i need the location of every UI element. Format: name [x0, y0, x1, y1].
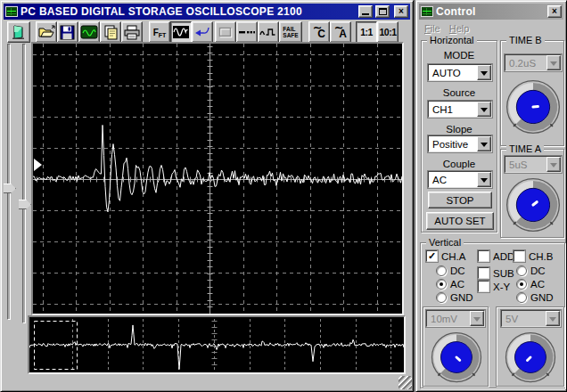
channel-a-position-slider-track[interactable] [7, 44, 11, 320]
stop-button[interactable]: STOP [428, 192, 492, 208]
green-screen-icon [80, 25, 98, 40]
chb-volts-knob[interactable] [504, 331, 557, 384]
menu-file[interactable]: File [424, 23, 440, 34]
radio-circle[interactable] [516, 292, 527, 303]
control-menubar: File Help [420, 21, 469, 36]
checkbox-box[interactable] [478, 281, 489, 292]
safe-label: SAFE [283, 32, 298, 38]
chb-dc-radio[interactable]: DC [516, 265, 546, 276]
time-a-group-label: TIME A [506, 143, 544, 154]
radio-circle[interactable] [516, 279, 527, 290]
cal-a-label: A [339, 28, 347, 40]
probe-1-1-button[interactable]: 1:1 [356, 21, 377, 43]
time-a-knob[interactable] [505, 176, 562, 233]
time-b-knob[interactable] [505, 78, 562, 135]
chb-gnd-radio[interactable]: GND [516, 292, 554, 303]
grid-toggle-button[interactable] [215, 21, 236, 43]
calibrate-a-button[interactable]: ∼ A [330, 21, 351, 43]
chb-dc-label: DC [530, 265, 546, 276]
main-window-title: PC BASED DIGITAL STORAGE OSCILLOSCOPE 21… [21, 5, 356, 18]
chevron-down-icon [546, 157, 561, 172]
calibrate-c-button[interactable]: ∼ C [308, 21, 330, 43]
vertical-group: Vertical ✓ CH.A ADD CH.B DC SUB DC AC [420, 242, 565, 388]
chb-ac-radio[interactable]: AC [516, 279, 545, 290]
auto-set-button[interactable]: AUTO SET [426, 212, 494, 230]
slope-select[interactable]: Positive [428, 135, 492, 152]
smooth-square-wave-icon [259, 26, 277, 38]
mode-select[interactable]: AUTO [428, 64, 492, 81]
add-label: ADD [493, 251, 514, 262]
channel-a-position-slider-thumb[interactable] [4, 184, 16, 193]
cha-dc-radio[interactable]: DC [436, 265, 465, 276]
open-file-button[interactable] [36, 21, 57, 43]
source-select[interactable]: CH1 [428, 101, 492, 118]
radio-circle[interactable] [436, 279, 447, 290]
chevron-down-icon [470, 311, 484, 326]
chb-volts-value: 5V [502, 314, 546, 324]
cha-ac-radio[interactable]: AC [436, 279, 464, 290]
xy-checkbox[interactable]: X-Y [478, 281, 510, 292]
radio-circle[interactable] [436, 292, 447, 303]
mode-value: AUTO [429, 68, 477, 78]
chevron-down-icon [546, 55, 561, 70]
chevron-down-icon[interactable] [477, 172, 491, 187]
cha-volts-knob[interactable] [430, 331, 483, 384]
radio-circle[interactable] [516, 265, 527, 276]
copy-pages-icon [103, 25, 119, 40]
interpolation-button[interactable] [258, 21, 279, 43]
sub-label: SUB [493, 268, 514, 279]
resize-grip[interactable] [399, 376, 412, 389]
channel-b-position-slider-thumb[interactable] [19, 200, 31, 209]
probe-10-1-button[interactable]: 10:1 [377, 21, 399, 43]
checkbox-box[interactable] [478, 267, 489, 279]
copy-button[interactable] [100, 21, 121, 43]
chevron-down-icon[interactable] [477, 65, 491, 80]
mode-label: MODE [422, 50, 497, 61]
printer-icon [123, 25, 141, 40]
maximize-button[interactable] [375, 5, 390, 18]
control-window-title: Control [436, 5, 545, 18]
fft-button[interactable]: FFT [149, 21, 170, 43]
main-toolbar: FFT [1, 20, 399, 44]
floppy-disk-icon [60, 25, 76, 40]
checkbox-box[interactable]: ✓ [426, 250, 438, 262]
menu-help[interactable]: Help [449, 23, 470, 34]
blue-arrow-wave-icon [193, 26, 211, 39]
grid-frame-icon [218, 26, 234, 39]
checkbox-box[interactable] [514, 250, 525, 262]
fft-sub-label: FT [159, 32, 167, 38]
channel-a-checkbox[interactable]: ✓ CH.A [426, 250, 465, 262]
sub-checkbox[interactable]: SUB [478, 267, 514, 279]
fail-safe-button[interactable]: FAIL SAFE [279, 21, 302, 43]
chevron-down-icon[interactable] [477, 136, 491, 151]
chevron-down-icon[interactable] [477, 102, 491, 117]
checkbox-box[interactable] [478, 250, 489, 262]
capture-display-button[interactable] [78, 21, 100, 43]
waveform-display-button[interactable] [170, 21, 192, 43]
close-button[interactable]: × [394, 5, 408, 18]
control-close-button[interactable]: × [547, 5, 562, 18]
restore-trace-button[interactable] [192, 21, 213, 43]
close-icon: × [552, 7, 557, 16]
channel-b-checkbox[interactable]: CH.B [514, 250, 553, 262]
print-button[interactable] [121, 21, 143, 43]
trigger-level-marker[interactable] [34, 159, 42, 171]
sine-wave-icon [173, 26, 189, 38]
cha-gnd-radio[interactable]: GND [436, 292, 473, 303]
couple-select[interactable]: AC [428, 171, 492, 188]
cal-c-label: C [317, 28, 325, 40]
save-button[interactable] [57, 21, 78, 43]
add-checkbox[interactable]: ADD [478, 250, 514, 262]
channel-b-position-slider-track[interactable] [22, 44, 26, 323]
main-titlebar[interactable]: PC BASED DIGITAL STORAGE OSCILLOSCOPE 21… [4, 4, 410, 20]
time-b-group: TIME B 0.2uS [500, 40, 564, 146]
dotted-line-button[interactable] [236, 21, 258, 43]
exit-button[interactable] [7, 21, 30, 43]
minimize-button[interactable] [358, 5, 373, 18]
oscilloscope-window: PC BASED DIGITAL STORAGE OSCILLOSCOPE 21… [0, 0, 414, 392]
cha-volts-select: 10mV [426, 310, 485, 327]
xy-label: X-Y [493, 282, 510, 292]
radio-circle[interactable] [436, 265, 447, 276]
ratio-1-1-label: 1:1 [360, 27, 373, 37]
control-titlebar[interactable]: Control × [419, 4, 563, 20]
